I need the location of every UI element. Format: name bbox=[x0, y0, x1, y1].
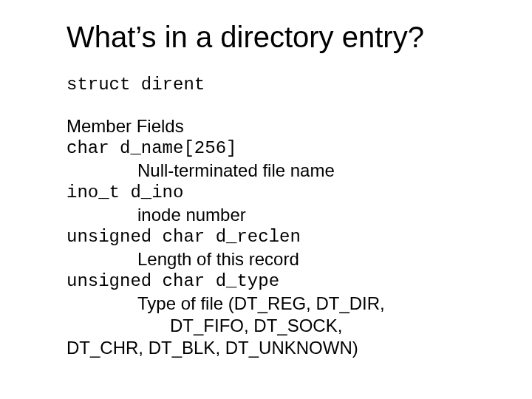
field-decl-d-name: char d_name[256] bbox=[66, 137, 488, 160]
struct-declaration: struct dirent bbox=[66, 75, 488, 95]
field-decl-d-ino: ino_t d_ino bbox=[66, 182, 488, 204]
field-desc-d-type-line1: Type of file (DT_REG, DT_DIR, bbox=[66, 293, 488, 315]
slide: What’s in a directory entry? struct dire… bbox=[0, 0, 532, 399]
section-header: Member Fields bbox=[66, 115, 488, 137]
field-desc-d-reclen: Length of this record bbox=[66, 248, 488, 270]
field-decl-d-reclen: unsigned char d_reclen bbox=[66, 226, 488, 248]
field-desc-d-type-line3: DT_CHR, DT_BLK, DT_UNKNOWN) bbox=[66, 337, 488, 359]
field-decl-d-type: unsigned char d_type bbox=[66, 270, 488, 293]
field-desc-d-ino: inode number bbox=[66, 204, 488, 226]
slide-title: What’s in a directory entry? bbox=[66, 21, 488, 54]
slide-body: Member Fields char d_name[256] Null-term… bbox=[66, 115, 488, 359]
field-desc-d-type-line2: DT_FIFO, DT_SOCK, bbox=[66, 315, 488, 337]
field-desc-d-name: Null-terminated file name bbox=[66, 160, 488, 182]
